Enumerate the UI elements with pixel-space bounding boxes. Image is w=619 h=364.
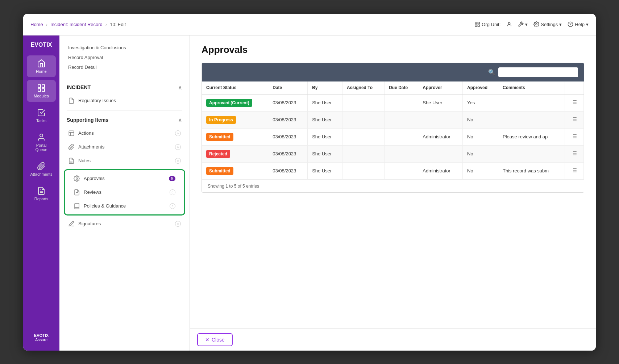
nav-attachments-label: Attachments bbox=[30, 172, 52, 176]
link-record-approval[interactable]: Record Approval bbox=[67, 53, 182, 62]
cell-assigned-to bbox=[342, 128, 384, 145]
sidebar-item-attachments[interactable]: Attachments bbox=[27, 158, 56, 180]
table-row: Submitted 03/08/2023 She User Administra… bbox=[202, 162, 584, 179]
sidebar-item-tasks[interactable]: Tasks bbox=[27, 105, 56, 126]
cell-action[interactable] bbox=[565, 94, 583, 112]
attachments-label: Attachments bbox=[78, 144, 104, 150]
incident-title: INCIDENT bbox=[67, 84, 91, 90]
cell-due-date bbox=[385, 145, 418, 162]
user-icon-btn[interactable] bbox=[506, 21, 512, 27]
tasks-icon bbox=[37, 108, 46, 117]
nav-portal-queue-label: Portal Queue bbox=[30, 143, 53, 152]
showing-text: Showing 1 to 5 of 5 entries bbox=[202, 180, 584, 192]
table-header-row: Current Status Date By Assigned To Due D… bbox=[202, 81, 584, 94]
evotix-assure-logo: EVOTIX Assure bbox=[31, 330, 51, 345]
sidebar-nav: EVOTIX Home Modules Tasks Portal Queue A… bbox=[23, 35, 59, 351]
org-unit-label: Org Unit: bbox=[482, 22, 500, 27]
attachments-count: ○ bbox=[175, 144, 181, 150]
actions-item[interactable]: Actions ○ bbox=[59, 126, 190, 140]
cell-approved: No bbox=[463, 145, 498, 162]
col-current-status: Current Status bbox=[202, 81, 268, 94]
svg-point-18 bbox=[76, 177, 78, 179]
cell-approver: Administrator bbox=[418, 162, 463, 179]
table-row: Submitted 03/08/2023 She User Administra… bbox=[202, 128, 584, 145]
incident-group-header[interactable]: INCIDENT ∧ bbox=[59, 81, 190, 94]
breadcrumb-home[interactable]: Home bbox=[30, 22, 43, 27]
cell-comments bbox=[498, 145, 565, 162]
cell-action[interactable] bbox=[565, 128, 583, 145]
top-links-section: Investigation & Conclusions Record Appro… bbox=[59, 40, 190, 75]
cell-assigned-to bbox=[342, 111, 384, 128]
highlighted-items-box: Approvals 5 Reviews ○ Policies & Guidanc… bbox=[64, 169, 185, 216]
attachments-item[interactable]: Attachments ○ bbox=[59, 140, 190, 154]
cell-date: 03/08/2023 bbox=[268, 94, 308, 112]
content-area: Approvals 🔍 Current Status Date By Assig bbox=[190, 35, 596, 351]
cell-date: 03/08/2023 bbox=[268, 162, 308, 179]
policies-icon bbox=[74, 203, 80, 209]
cell-action[interactable] bbox=[565, 111, 583, 128]
tools-btn[interactable]: ▾ bbox=[518, 21, 528, 27]
divider-2 bbox=[67, 110, 182, 111]
cell-approved: No bbox=[463, 128, 498, 145]
close-button[interactable]: ✕ Close bbox=[197, 333, 233, 346]
cell-action[interactable] bbox=[565, 145, 583, 162]
policies-guidance-label: Policies & Guidance bbox=[84, 203, 126, 209]
approvals-icon bbox=[74, 175, 80, 182]
nav-modules-label: Modules bbox=[34, 94, 49, 98]
settings-icon bbox=[533, 21, 539, 27]
col-approver: Approver bbox=[418, 81, 463, 94]
portal-queue-icon bbox=[37, 133, 46, 142]
notes-icon bbox=[68, 158, 75, 164]
notes-item[interactable]: Notes ○ bbox=[59, 154, 190, 168]
regulatory-issues-item[interactable]: Regulatory Issues bbox=[59, 94, 190, 108]
sidebar-item-modules[interactable]: Modules bbox=[27, 80, 56, 102]
cell-approved: Yes bbox=[463, 94, 498, 112]
cell-action[interactable] bbox=[565, 162, 583, 179]
settings-btn[interactable]: Settings ▾ bbox=[533, 21, 562, 27]
policies-guidance-item[interactable]: Policies & Guidance ○ bbox=[65, 199, 184, 213]
actions-icon bbox=[68, 130, 75, 137]
breadcrumb-incident[interactable]: Incident: Incident Record bbox=[50, 22, 103, 27]
help-label: Help bbox=[575, 22, 585, 27]
breadcrumb: Home › Incident: Incident Record › 10: E… bbox=[30, 22, 474, 27]
cell-due-date bbox=[385, 128, 418, 145]
svg-rect-15 bbox=[69, 131, 74, 136]
breadcrumb-current: 10: Edit bbox=[110, 22, 126, 27]
table-row: Rejected 03/08/2023 She User No bbox=[202, 145, 584, 162]
cell-assigned-to bbox=[342, 94, 384, 112]
sidebar-item-reports[interactable]: Reports bbox=[27, 183, 56, 205]
attachments-nav-icon bbox=[37, 162, 46, 171]
table-search-bar: 🔍 bbox=[202, 63, 584, 81]
signatures-icon bbox=[68, 221, 75, 227]
cell-due-date bbox=[385, 94, 418, 112]
cell-status: Submitted bbox=[202, 128, 268, 145]
incident-toggle-icon: ∧ bbox=[178, 84, 182, 91]
cell-status: In Progress bbox=[202, 111, 268, 128]
link-investigation[interactable]: Investigation & Conclusions bbox=[67, 43, 182, 53]
svg-point-12 bbox=[40, 134, 43, 137]
signatures-item[interactable]: Signatures ○ bbox=[59, 217, 190, 231]
svg-rect-10 bbox=[38, 89, 41, 91]
reviews-count: ○ bbox=[170, 189, 175, 195]
supporting-items-header[interactable]: Supporting Items ∧ bbox=[59, 114, 190, 126]
help-btn[interactable]: Help ▾ bbox=[568, 21, 589, 27]
svg-rect-9 bbox=[42, 85, 45, 87]
col-actions bbox=[565, 81, 583, 94]
col-due-date: Due Date bbox=[385, 81, 418, 94]
search-input[interactable] bbox=[498, 67, 578, 77]
cell-comments: This record was subm bbox=[498, 162, 565, 179]
modules-icon bbox=[37, 84, 46, 92]
sidebar-item-home[interactable]: Home bbox=[27, 55, 56, 77]
svg-rect-1 bbox=[478, 22, 480, 24]
reviews-item[interactable]: Reviews ○ bbox=[65, 185, 184, 199]
actions-count: ○ bbox=[175, 130, 181, 136]
actions-label: Actions bbox=[78, 130, 94, 136]
cell-assigned-to bbox=[342, 145, 384, 162]
link-record-detail[interactable]: Record Detail bbox=[67, 62, 182, 72]
svg-point-5 bbox=[536, 24, 537, 25]
cell-approved: No bbox=[463, 111, 498, 128]
cell-approver: She User bbox=[418, 94, 463, 112]
approvals-item[interactable]: Approvals 5 bbox=[65, 172, 184, 185]
org-unit[interactable]: Org Unit: bbox=[474, 21, 500, 27]
sidebar-item-portal-queue[interactable]: Portal Queue bbox=[27, 129, 56, 155]
